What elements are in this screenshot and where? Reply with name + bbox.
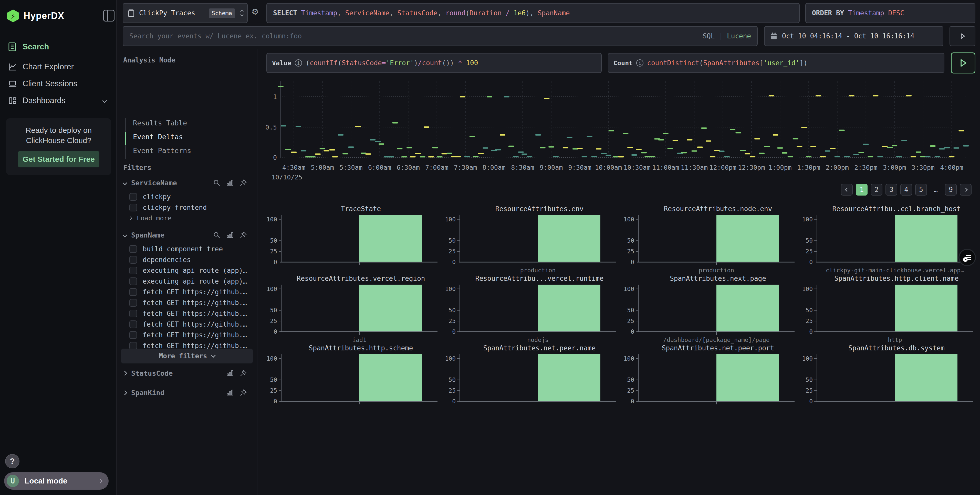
attribute-chart[interactable]: TraceState02550100 <box>266 205 443 274</box>
chevron-down-icon <box>123 233 127 237</box>
chart-icon[interactable] <box>226 231 234 239</box>
filter-option[interactable]: fetch GET https://github.… <box>129 287 250 297</box>
svg-text:25: 25 <box>627 317 634 324</box>
more-filters-button[interactable]: More filters <box>121 349 253 363</box>
checkbox[interactable] <box>129 245 137 253</box>
schema-badge[interactable]: Schema <box>209 8 235 18</box>
filter-option[interactable]: clickpy-frontend <box>129 202 250 213</box>
collapse-sidebar-icon[interactable] <box>103 10 115 22</box>
filter-option[interactable]: build component tree <box>129 244 250 254</box>
checkbox[interactable] <box>129 310 137 317</box>
run-query-button[interactable] <box>950 26 975 46</box>
help-button[interactable]: ? <box>5 454 19 468</box>
pin-icon[interactable] <box>240 389 247 397</box>
checkbox[interactable] <box>129 267 137 274</box>
filter-group-SpanKind[interactable]: SpanKind <box>123 387 251 398</box>
calendar-icon <box>770 32 777 40</box>
filter-option[interactable]: executing api route (app)… <box>129 265 250 276</box>
data-source-select[interactable]: ClickPy Traces Schema <box>123 3 248 23</box>
select-clause-input[interactable]: SELECT Timestamp, ServiceName, StatusCod… <box>266 3 800 23</box>
mode-lucene[interactable]: Lucene <box>727 32 751 40</box>
filter-option[interactable]: fetch GET https://github.… <box>129 330 250 340</box>
checkbox[interactable] <box>129 256 137 263</box>
filter-group-name: SpanName <box>131 231 164 239</box>
sidebar-item-chart-explorer[interactable]: Chart Explorer <box>0 59 116 75</box>
attribute-chart[interactable]: SpanAttributes.http.client.name02550100h… <box>802 274 979 344</box>
attribute-chart[interactable]: ResourceAttributes.node.env02550100produ… <box>624 205 800 274</box>
mode-results-table[interactable]: Results Table <box>133 118 235 128</box>
svg-text:25: 25 <box>805 248 813 255</box>
attribute-chart[interactable]: ResourceAttributes.env02550100production <box>445 205 622 274</box>
filter-option[interactable]: fetch GET https://github.… <box>129 308 250 319</box>
page-button[interactable]: 9 <box>945 184 957 195</box>
logo[interactable]: ⚡ HyperDX <box>7 9 110 22</box>
filter-option[interactable]: executing api route (app)… <box>129 276 250 287</box>
pin-icon[interactable] <box>240 231 247 239</box>
svg-text:0: 0 <box>274 259 277 265</box>
attribute-chart[interactable]: SpanAttributes.net.peer.port025501008443 <box>624 344 800 406</box>
mode-sql[interactable]: SQL <box>703 32 714 40</box>
gear-icon[interactable]: ⚙ <box>252 6 258 16</box>
date-range-picker[interactable]: Oct 10 04:16:14 - Oct 10 16:16:14 <box>764 26 943 46</box>
pin-icon[interactable] <box>240 179 247 187</box>
attribute-chart[interactable]: SpanAttributes.net.peer.name02550100z5or… <box>445 344 622 406</box>
filter-option[interactable]: fetch GET https://github.… <box>129 297 250 308</box>
search-icon[interactable] <box>213 179 221 187</box>
checkbox[interactable] <box>129 278 137 285</box>
filter-group-StatusCode[interactable]: StatusCode <box>123 368 251 379</box>
search-icon[interactable] <box>213 231 221 239</box>
page-button[interactable]: 4 <box>900 184 912 195</box>
filter-option-label: executing api route (app)… <box>143 278 247 285</box>
chart-icon[interactable] <box>226 369 234 377</box>
sidebar-item-dashboards[interactable]: Dashboards <box>0 93 116 108</box>
checkbox[interactable] <box>129 288 137 296</box>
filter-option[interactable]: dependencies <box>129 254 250 265</box>
svg-text:11:00am: 11:00am <box>652 164 679 171</box>
attribute-chart[interactable]: ResourceAttribu..cel.branch_host02550100… <box>802 205 979 274</box>
count-expression-input[interactable]: Count i countDistinct(SpanAttributes['us… <box>608 53 944 73</box>
svg-text:50: 50 <box>627 376 634 383</box>
filter-group-name: StatusCode <box>131 369 173 377</box>
value-expression-input[interactable]: Value i (countIf(StatusCode='Error')/cou… <box>266 53 602 73</box>
checkbox[interactable] <box>129 204 137 211</box>
pin-icon[interactable] <box>240 369 247 377</box>
attribute-chart[interactable]: SpanAttributes.db.system02550100clickhou… <box>802 344 979 406</box>
get-started-button[interactable]: Get Started for Free <box>18 151 99 167</box>
page-button[interactable]: 5 <box>915 184 927 195</box>
floating-action-button[interactable] <box>958 249 976 266</box>
checkbox[interactable] <box>129 331 137 339</box>
search-input[interactable]: Search your events w/ Lucene ex. column:… <box>123 26 758 46</box>
run-analysis-button[interactable] <box>951 52 975 73</box>
order-by-input[interactable]: ORDER BY Timestamp DESC <box>805 3 975 23</box>
filter-group-ServiceName[interactable]: ServiceName <box>123 177 251 188</box>
checkbox[interactable] <box>129 193 137 201</box>
attribute-chart[interactable]: SpanAttributes.next.page02550100/dashboa… <box>624 274 800 344</box>
attribute-chart[interactable]: SpanAttributes.http.scheme02550100https <box>266 344 443 406</box>
load-more-link[interactable]: Load more <box>129 213 206 223</box>
attribute-chart[interactable]: ResourceAttribu...vercel.runtime02550100… <box>445 274 622 344</box>
prev-page-button[interactable] <box>841 184 853 195</box>
mode-event-patterns[interactable]: Event Patterns <box>133 145 235 155</box>
svg-text:100: 100 <box>802 355 813 362</box>
local-mode-menu[interactable]: U Local mode <box>4 472 108 490</box>
filter-group-icons <box>226 369 247 377</box>
filter-option[interactable]: clickpy <box>129 192 250 202</box>
sidebar-item-search[interactable]: Search <box>0 39 116 55</box>
attribute-chart[interactable]: ResourceAttributes.vercel.region02550100… <box>266 274 443 344</box>
checkbox[interactable] <box>129 320 137 328</box>
filter-option-label: fetch GET https://github.… <box>143 288 247 296</box>
svg-text:4:30am: 4:30am <box>282 164 305 171</box>
chart-icon[interactable] <box>226 389 234 397</box>
event-deltas-chart[interactable]: 00.514:30am5:00am5:30am6:00am6:30am7:00a… <box>266 77 976 182</box>
next-page-button[interactable] <box>960 184 972 195</box>
checkbox[interactable] <box>129 299 137 307</box>
svg-text:0: 0 <box>631 328 634 335</box>
chart-icon[interactable] <box>226 179 234 187</box>
page-button[interactable]: 2 <box>871 184 882 195</box>
page-button[interactable]: 3 <box>886 184 897 195</box>
filter-group-SpanName[interactable]: SpanName <box>123 229 251 241</box>
mode-event-deltas[interactable]: Event Deltas <box>133 132 235 142</box>
sidebar-item-client-sessions[interactable]: Client Sessions <box>0 76 116 92</box>
page-button[interactable]: 1 <box>856 184 867 195</box>
filter-option[interactable]: fetch GET https://github.… <box>129 319 250 330</box>
